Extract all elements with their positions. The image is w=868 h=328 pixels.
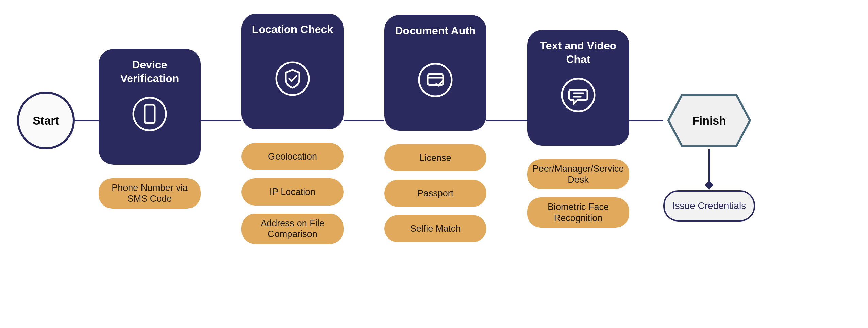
flow-row: Start Device Verification Phone Number v… [0,0,868,244]
diamond-icon [705,181,713,189]
start-label: Start [33,114,59,127]
method-pill: Phone Number via SMS Code [99,178,201,209]
stage-items: Peer/Manager/Service Desk Biometric Face… [527,159,629,228]
finish-connector: Issue Credentials [663,149,755,222]
svg-point-6 [562,79,595,111]
finish-label: Finish [692,114,726,127]
method-pill: Address on File Comparison [241,214,344,244]
stage-box: Device Verification [99,49,201,165]
stage-title: Device Verification [99,58,201,88]
connector [629,120,663,121]
shield-check-icon [274,60,311,97]
issue-credentials-node: Issue Credentials [663,190,755,222]
stage-location-check: Location Check Geolocation IP Location A… [241,14,344,244]
stage-text-video-chat: Text and Video Chat Peer/Manager/Service… [527,30,629,228]
connector [486,120,527,121]
finish-node: Finish [665,92,753,149]
stage-items: Geolocation IP Location Address on File … [241,143,344,244]
method-pill: License [384,144,486,171]
connector [75,120,99,121]
stage-items: Phone Number via SMS Code [99,178,201,209]
stage-title: Document Auth [389,24,482,54]
svg-point-0 [133,98,166,130]
phone-icon [131,95,168,133]
stage-items: License Passport Selfie Match [384,144,486,242]
connector-vertical [708,149,710,183]
svg-rect-1 [145,105,155,123]
method-pill: Geolocation [241,143,344,170]
method-pill: Passport [384,180,486,207]
stage-box: Document Auth [384,15,486,131]
method-pill: Biometric Face Recognition [527,197,629,228]
chat-icon [560,76,597,114]
svg-point-3 [419,64,452,96]
stage-box: Text and Video Chat [527,30,629,146]
stage-box: Location Check [241,14,344,129]
card-check-icon [417,61,454,99]
start-node: Start [17,92,75,149]
connector [344,120,384,121]
finish-col: Finish Issue Credentials [663,92,755,222]
stage-device-verification: Device Verification Phone Number via SMS… [99,49,201,209]
stage-title: Text and Video Chat [527,39,629,69]
svg-point-2 [276,62,309,95]
method-pill: Peer/Manager/Service Desk [527,159,629,190]
method-pill: IP Location [241,178,344,206]
stage-title: Location Check [246,22,339,53]
method-pill: Selfie Match [384,215,486,242]
stage-document-auth: Document Auth License Passport Selfie Ma… [384,15,486,242]
connector [201,120,241,121]
